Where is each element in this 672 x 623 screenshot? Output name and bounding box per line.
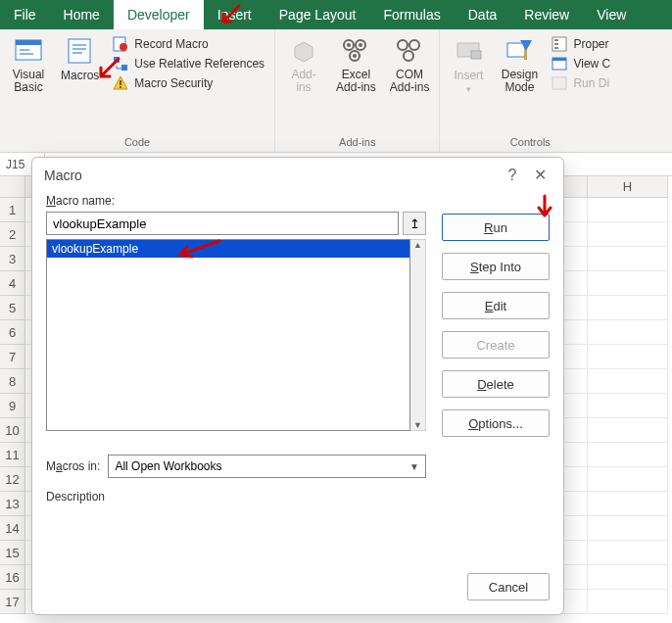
addins-button[interactable]: Add- ins [281, 31, 326, 134]
chevron-down-icon: ▼ [409, 461, 419, 472]
col-header[interactable]: H [588, 176, 668, 198]
macro-name-input[interactable] [46, 212, 399, 235]
cell[interactable] [588, 369, 668, 394]
cell[interactable] [588, 467, 668, 492]
view-code-button[interactable]: View C [548, 55, 614, 72]
cell[interactable] [588, 492, 668, 516]
com-addins-label: COM Add-ins [390, 69, 430, 94]
macros-button[interactable]: Macros [57, 31, 103, 134]
row-header[interactable]: 6 [0, 320, 25, 345]
svg-rect-36 [552, 77, 566, 89]
cell[interactable] [588, 271, 668, 296]
row-header[interactable]: 11 [0, 443, 25, 467]
com-addins-icon [394, 35, 425, 67]
cancel-button[interactable]: Cancel [467, 573, 550, 600]
reference-edit-button[interactable]: ↥ [403, 212, 426, 235]
step-into-button[interactable]: Step Into [442, 253, 550, 280]
macro-dialog: Macro ? ✕ Macro name: ↥ vlookupExample ▲… [31, 157, 564, 615]
delete-button[interactable]: Delete [442, 370, 550, 398]
macros-in-select[interactable]: All Open Workbooks ▼ [108, 455, 426, 478]
cell[interactable] [588, 222, 668, 247]
design-mode-button[interactable]: Design Mode [497, 31, 542, 134]
tab-insert[interactable]: Insert [204, 0, 265, 29]
macro-list[interactable]: vlookupExample [46, 239, 410, 431]
tab-data[interactable]: Data [455, 0, 511, 29]
visual-basic-icon [13, 35, 44, 67]
run-dialog-button[interactable]: Run Di [548, 74, 614, 92]
list-item[interactable]: vlookupExample [47, 240, 409, 258]
close-button[interactable]: ✕ [526, 166, 553, 184]
row-header[interactable]: 15 [0, 541, 25, 565]
help-button[interactable]: ? [499, 167, 526, 184]
com-addins-button[interactable]: COM Add-ins [386, 31, 434, 134]
ribbon-body: Visual Basic Macros Record Macro Use Rel… [0, 29, 672, 153]
row-header[interactable]: 2 [0, 222, 25, 247]
cell[interactable] [588, 296, 668, 320]
macro-security-button[interactable]: Macro Security [109, 74, 268, 92]
row-header[interactable]: 16 [0, 565, 25, 590]
row-header[interactable]: 4 [0, 271, 25, 296]
row-header[interactable]: 13 [0, 492, 25, 516]
insert-control-label: Insert [454, 69, 483, 82]
tab-file[interactable]: File [0, 0, 50, 29]
row-header[interactable]: 10 [0, 418, 25, 443]
cell[interactable] [588, 394, 668, 418]
addins-label: Add- ins [291, 69, 315, 94]
row-header[interactable]: 12 [0, 467, 25, 492]
properties-button[interactable]: Proper [548, 35, 614, 53]
row-header[interactable]: 8 [0, 369, 25, 394]
row-header[interactable]: 5 [0, 296, 25, 320]
cell[interactable] [588, 247, 668, 271]
row-header[interactable]: 9 [0, 394, 25, 418]
use-rel-refs-button[interactable]: Use Relative References [109, 55, 268, 72]
tab-formulas[interactable]: Formulas [369, 0, 454, 29]
svg-rect-35 [552, 58, 566, 61]
tab-view[interactable]: View [583, 0, 640, 29]
dialog-titlebar: Macro ? ✕ [32, 158, 563, 190]
scroll-up-icon: ▲ [413, 240, 422, 250]
insert-control-icon [453, 35, 484, 67]
select-all-corner[interactable] [0, 176, 25, 198]
svg-rect-11 [121, 65, 127, 71]
insert-control-button[interactable]: Insert ▾ [446, 31, 491, 134]
cell[interactable] [588, 541, 668, 565]
cell[interactable] [588, 443, 668, 467]
chevron-down-icon: ▾ [466, 84, 471, 94]
view-code-icon [552, 56, 567, 72]
dialog-title: Macro [44, 168, 82, 183]
use-rel-refs-label: Use Relative References [134, 57, 264, 71]
scrollbar[interactable]: ▲ ▼ [410, 239, 426, 431]
svg-rect-32 [554, 43, 558, 45]
svg-rect-1 [16, 40, 41, 45]
row-header[interactable]: 17 [0, 590, 25, 614]
row-header[interactable]: 7 [0, 345, 25, 369]
cell[interactable] [588, 320, 668, 345]
svg-point-24 [404, 51, 413, 61]
tab-review[interactable]: Review [510, 0, 583, 29]
cell[interactable] [588, 418, 668, 443]
row-header[interactable]: 14 [0, 516, 25, 541]
description-label: Description [46, 490, 426, 503]
cell[interactable] [588, 590, 668, 614]
excel-addins-button[interactable]: Excel Add-ins [332, 31, 380, 134]
cell[interactable] [588, 565, 668, 590]
record-macro-button[interactable]: Record Macro [109, 35, 268, 53]
visual-basic-label: Visual Basic [13, 69, 44, 94]
row-header[interactable]: 1 [0, 198, 25, 222]
cell[interactable] [588, 516, 668, 541]
options-button[interactable]: Options... [442, 409, 550, 437]
svg-point-22 [398, 40, 408, 50]
tab-developer[interactable]: Developer [114, 0, 204, 29]
row-header[interactable]: 3 [0, 247, 25, 271]
scroll-down-icon: ▼ [413, 420, 422, 430]
run-button[interactable]: Run [442, 214, 550, 241]
cell[interactable] [588, 198, 668, 222]
cell[interactable] [588, 345, 668, 369]
tab-home[interactable]: Home [50, 0, 114, 29]
edit-button[interactable]: Edit [442, 292, 550, 319]
visual-basic-button[interactable]: Visual Basic [6, 31, 51, 134]
svg-rect-29 [524, 50, 527, 60]
svg-rect-13 [120, 80, 121, 85]
create-button[interactable]: Create [442, 331, 550, 359]
tab-page-layout[interactable]: Page Layout [265, 0, 370, 29]
